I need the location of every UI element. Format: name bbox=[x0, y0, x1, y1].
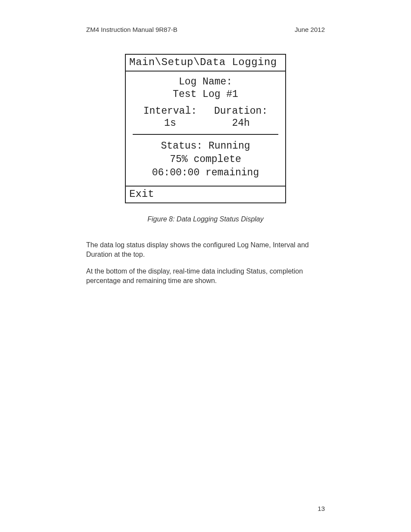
page-header: ZM4 Instruction Manual 9R87-B June 2012 bbox=[86, 26, 325, 33]
lcd-log-name-block: Log Name: Test Log #1 bbox=[126, 72, 285, 103]
percent-complete-line: 75% complete bbox=[126, 153, 285, 166]
lcd-exit-button[interactable]: Exit bbox=[126, 186, 285, 202]
document-page: ZM4 Instruction Manual 9R87-B June 2012 … bbox=[0, 0, 411, 532]
header-left: ZM4 Instruction Manual 9R87-B bbox=[86, 26, 177, 33]
paragraph-2: At the bottom of the display, real-time … bbox=[86, 267, 325, 285]
status-line: Status: Running bbox=[126, 140, 285, 152]
lcd-interval-duration-row: Interval: 1s Duration: 24h bbox=[126, 103, 285, 134]
time-remaining-line: 06:00:00 remaining bbox=[126, 167, 285, 179]
lcd-status-block: Status: Running 75% complete 06:00:00 re… bbox=[126, 135, 285, 186]
log-name-label: Log Name: bbox=[126, 76, 285, 88]
figure-caption: Figure 8: Data Logging Status Display bbox=[86, 215, 325, 223]
duration-column: Duration: 24h bbox=[214, 105, 268, 130]
lcd-breadcrumb: Main\Setup\Data Logging bbox=[126, 55, 285, 72]
interval-column: Interval: 1s bbox=[143, 105, 197, 130]
figure-container: Main\Setup\Data Logging Log Name: Test L… bbox=[86, 54, 325, 203]
page-number: 13 bbox=[318, 505, 325, 512]
paragraph-1: The data log status display shows the co… bbox=[86, 240, 325, 259]
body-text: The data log status display shows the co… bbox=[86, 240, 325, 285]
header-right: June 2012 bbox=[295, 26, 325, 33]
interval-label: Interval: bbox=[143, 105, 197, 118]
duration-value: 24h bbox=[214, 117, 268, 130]
interval-value: 1s bbox=[143, 117, 197, 130]
lcd-screen: Main\Setup\Data Logging Log Name: Test L… bbox=[125, 54, 286, 203]
log-name-value: Test Log #1 bbox=[126, 88, 285, 101]
duration-label: Duration: bbox=[214, 105, 268, 118]
